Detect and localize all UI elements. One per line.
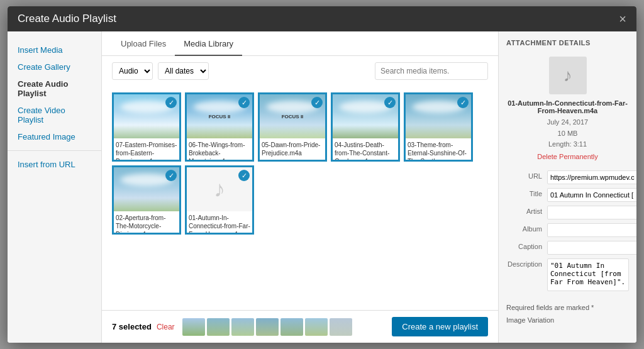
attachment-panel-title: ATTACHMENT DETAILS — [499, 31, 636, 52]
attachment-meta: July 24, 2017 10 MB Length: 3:11 — [547, 117, 588, 150]
main-content: Upload Files Media Library Audio All dat… — [102, 31, 498, 343]
description-label: Description — [506, 258, 547, 268]
thumb-strip — [182, 318, 352, 336]
check-icon-5: ✓ — [457, 97, 469, 108]
media-grid: ✓ 07-Eastern-Promises-from-Eastern-Promi… — [102, 86, 498, 310]
attachment-preview: ♪ 01-Autumn-In-Connecticut-from-Far-From… — [499, 52, 636, 165]
thumb-title-3: FOCUS II — [282, 114, 304, 119]
sidebar-item-create-video-playlist[interactable]: Create Video Playlist — [8, 102, 101, 128]
close-button[interactable]: × — [619, 13, 626, 25]
field-row-caption: Caption — [506, 241, 629, 255]
artist-label: Artist — [506, 206, 547, 215]
attachment-filename: 01-Autumn-In-Connecticut-from-Far-From-H… — [506, 99, 629, 114]
modal-header: Create Audio Playlist × — [8, 6, 636, 31]
create-playlist-button[interactable]: Create a new playlist — [392, 317, 488, 336]
thumb-mini-7 — [330, 318, 352, 336]
thumb-title-2: FOCUS II — [209, 114, 231, 119]
tabs-bar: Upload Files Media Library — [102, 31, 498, 56]
audio-icon-7: ♪ — [214, 176, 225, 202]
sidebar-item-create-audio-playlist[interactable]: Create Audio Playlist — [8, 75, 101, 102]
title-input[interactable] — [547, 188, 636, 202]
check-icon-2: ✓ — [238, 97, 250, 108]
url-label: URL — [506, 170, 547, 180]
check-icon-7: ✓ — [238, 170, 250, 181]
filter-type-select[interactable]: Audio — [112, 62, 153, 80]
thumb-mini-3 — [231, 318, 254, 336]
sidebar-item-insert-from-url[interactable]: Insert from URL — [8, 156, 101, 173]
media-item-3[interactable]: FOCUS II ✓ 05-Dawn-from-Pride-Prejudice.… — [258, 92, 327, 162]
thumb-mini-2 — [207, 318, 230, 336]
toolbar: Audio All dates — [102, 56, 498, 86]
album-input[interactable] — [547, 223, 636, 237]
selected-count: 7 selected — [112, 322, 152, 331]
sidebar-item-create-gallery[interactable]: Create Gallery — [8, 58, 101, 75]
sidebar-divider — [8, 150, 101, 151]
field-row-description: Description "01 Autumn In Connecticut [f… — [506, 258, 629, 291]
media-item-2[interactable]: FOCUS II ✓ 06-The-Wings-from-Brokeback-M… — [185, 92, 254, 162]
check-icon-6: ✓ — [165, 170, 177, 181]
caption-input[interactable] — [547, 241, 636, 255]
attachment-fields: URL Title Artist Album Caption — [499, 165, 636, 300]
album-label: Album — [506, 223, 547, 233]
modal-title: Create Audio Playlist — [18, 13, 116, 25]
sidebar-item-featured-image[interactable]: Featured Image — [8, 128, 101, 145]
tab-upload-files[interactable]: Upload Files — [112, 31, 175, 56]
search-input[interactable] — [375, 62, 488, 80]
media-label-4: 04-Justins-Death-from-The-Constant-Gardn… — [333, 138, 398, 162]
media-label-6: 02-Apertura-from-The-Motorcycle-Diaries.… — [114, 211, 179, 235]
modal-window: Create Audio Playlist × Insert Media Cre… — [8, 6, 636, 343]
thumb-mini-6 — [305, 318, 328, 336]
tab-media-library[interactable]: Media Library — [175, 31, 242, 56]
thumb-mini-4 — [256, 318, 279, 336]
media-label-3: 05-Dawn-from-Pride-Prejudice.m4a — [260, 138, 325, 160]
media-item-7[interactable]: ♪ ✓ 01-Autumn-In-Connecticut-from-Far-Fr… — [185, 165, 254, 235]
artist-input[interactable] — [547, 206, 636, 219]
filter-date-select[interactable]: All dates — [158, 62, 209, 80]
media-item-5[interactable]: ✓ 03-Theme-from-Eternal-Sunshine-Of-The-… — [404, 92, 473, 162]
check-icon-4: ✓ — [384, 97, 396, 108]
delete-permanently-link[interactable]: Delete Permanently — [537, 153, 598, 160]
media-label-2: 06-The-Wings-from-Brokeback-Mountain.m4a — [187, 138, 252, 162]
bottom-bar: 7 selected Clear Create a new playlist — [102, 310, 498, 343]
url-input[interactable] — [547, 170, 636, 184]
title-label: Title — [506, 188, 547, 197]
field-row-artist: Artist — [506, 206, 629, 219]
field-row-title: Title — [506, 188, 629, 202]
check-icon-1: ✓ — [165, 97, 177, 108]
check-icon-3: ✓ — [311, 97, 323, 108]
field-row-album: Album — [506, 223, 629, 237]
required-note: Required fields are marked * — [499, 300, 636, 315]
sidebar-item-insert-media[interactable]: Insert Media — [8, 42, 101, 58]
attachment-audio-icon: ♪ — [549, 57, 587, 94]
attachment-panel: ATTACHMENT DETAILS ♪ 01-Autumn-In-Connec… — [498, 31, 636, 343]
media-item-6[interactable]: ✓ 02-Apertura-from-The-Motorcycle-Diarie… — [112, 165, 181, 235]
image-variation-label: Image Variation — [499, 315, 636, 325]
thumb-mini-5 — [280, 318, 303, 336]
media-label-5: 03-Theme-from-Eternal-Sunshine-Of-The-Sp… — [406, 138, 471, 162]
field-row-url: URL — [506, 170, 629, 184]
caption-label: Caption — [506, 241, 547, 250]
thumb-mini-1 — [182, 318, 205, 336]
media-item-1[interactable]: ✓ 07-Eastern-Promises-from-Eastern-Promi… — [112, 92, 181, 162]
clear-link[interactable]: Clear — [157, 323, 175, 331]
sidebar: Insert Media Create Gallery Create Audio… — [8, 31, 102, 343]
media-label-7: 01-Autumn-In-Connecticut-from-Far-From-H… — [187, 211, 252, 235]
modal-body: Insert Media Create Gallery Create Audio… — [8, 31, 636, 343]
media-item-4[interactable]: ✓ 04-Justins-Death-from-The-Constant-Gar… — [331, 92, 400, 162]
media-label-1: 07-Eastern-Promises-from-Eastern-Promise… — [114, 138, 179, 162]
description-textarea[interactable]: "01 Autumn In Connecticut [from Far From… — [547, 258, 629, 291]
